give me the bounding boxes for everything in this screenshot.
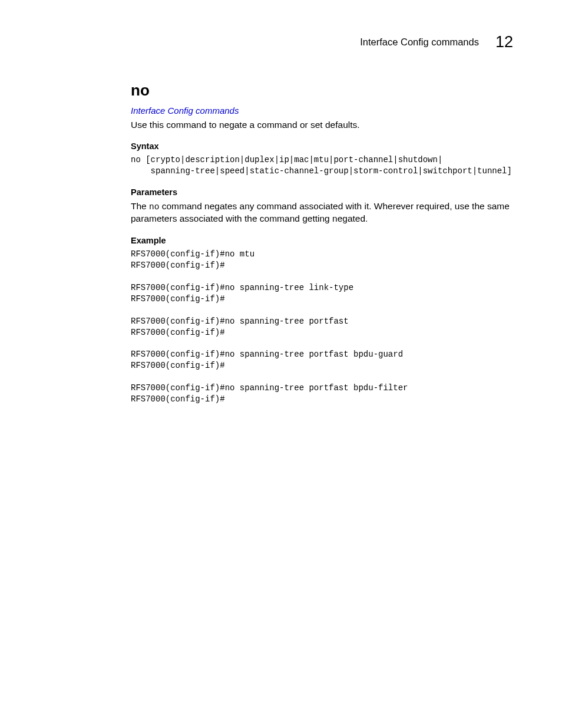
- syntax-heading: Syntax: [131, 141, 514, 151]
- parameters-description: The no command negates any command assoc…: [131, 200, 514, 225]
- parameters-text-pre: The: [131, 201, 149, 211]
- page-content: no Interface Config commands Use this co…: [131, 81, 514, 416]
- command-title: no: [131, 81, 514, 100]
- section-link[interactable]: Interface Config commands: [131, 106, 239, 116]
- parameters-inline-code: no: [149, 202, 159, 212]
- parameters-text-post: command negates any command associated w…: [131, 201, 510, 224]
- header-chapter-number: 12: [495, 33, 513, 51]
- header-section-title: Interface Config commands: [360, 37, 479, 48]
- command-description: Use this command to negate a command or …: [131, 119, 514, 131]
- example-heading: Example: [131, 236, 514, 245]
- page-header: Interface Config commands 12: [360, 33, 513, 51]
- example-code-block: RFS7000(config-if)#no mtu RFS7000(config…: [131, 249, 514, 404]
- parameters-heading: Parameters: [131, 187, 514, 197]
- syntax-code-block: no [crypto|description|duplex|ip|mac|mtu…: [131, 154, 514, 177]
